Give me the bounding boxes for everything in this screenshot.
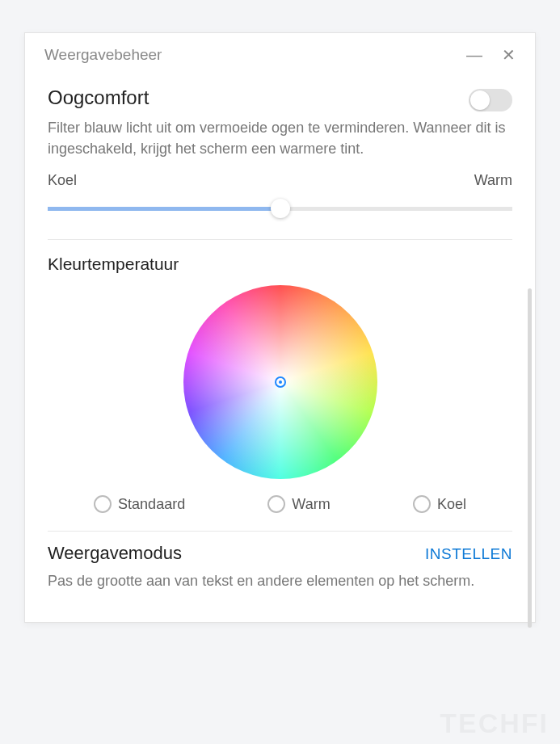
color-wheel[interactable] (183, 285, 377, 479)
eye-comfort-toggle[interactable] (469, 89, 512, 111)
radio-option-warm[interactable]: Warm (267, 495, 330, 513)
divider (48, 239, 512, 240)
titlebar: Weergavebeheer — ✕ (25, 46, 535, 70)
eye-comfort-header-row: Oogcomfort (48, 83, 512, 117)
toggle-knob (470, 90, 490, 110)
content-area: Oogcomfort Filter blauw licht uit om ver… (25, 70, 535, 622)
display-mode-set-button[interactable]: INSTELLEN (425, 545, 512, 563)
slider-labels: Koel Warm (48, 172, 512, 189)
radio-label: Standaard (118, 496, 185, 513)
radio-icon (94, 495, 112, 513)
radio-option-standard[interactable]: Standaard (94, 495, 185, 513)
warmth-slider[interactable] (48, 195, 512, 221)
slider-fill (48, 207, 280, 211)
divider (48, 531, 512, 532)
watermark: TECHFI (440, 708, 549, 739)
radio-label: Koel (437, 496, 466, 513)
color-temp-options: Standaard Warm Koel (53, 495, 507, 513)
slider-label-cool: Koel (48, 172, 77, 189)
color-wheel-area (48, 285, 512, 479)
color-temperature-title: Kleurtemperatuur (48, 254, 512, 274)
radio-icon (413, 495, 431, 513)
color-wheel-picker-icon[interactable] (275, 376, 286, 388)
eye-comfort-title: Oogcomfort (48, 86, 469, 109)
scrollbar[interactable] (528, 288, 532, 628)
radio-icon (267, 495, 285, 513)
radio-option-cool[interactable]: Koel (413, 495, 466, 513)
eye-comfort-description: Filter blauw licht uit om vermoeide ogen… (48, 117, 512, 159)
minimize-button[interactable]: — (466, 47, 482, 63)
display-mode-title: Weergavemodus (48, 543, 425, 564)
slider-thumb[interactable] (271, 199, 290, 218)
window-title: Weergavebeheer (44, 46, 447, 64)
display-mode-description: Pas de grootte aan van tekst en andere e… (48, 570, 512, 591)
radio-label: Warm (292, 496, 330, 513)
display-management-window: Weergavebeheer — ✕ Oogcomfort Filter bla… (24, 32, 536, 623)
slider-label-warm: Warm (474, 172, 512, 189)
display-mode-row: Weergavemodus INSTELLEN (48, 543, 512, 564)
close-button[interactable]: ✕ (502, 47, 516, 63)
